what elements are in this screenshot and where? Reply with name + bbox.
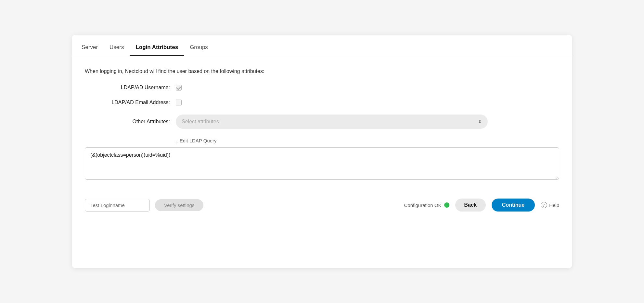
tabs-bar: Server Users Login Attributes Groups: [72, 35, 572, 56]
help-icon: i: [541, 202, 547, 208]
other-attributes-row: Other Attributes: Select attributes ⬍: [85, 115, 559, 129]
ldap-username-checkbox-wrapper: [176, 85, 182, 91]
bottom-bar: Verify settings Configuration OK Back Co…: [85, 199, 559, 212]
tab-groups[interactable]: Groups: [184, 44, 214, 56]
back-button[interactable]: Back: [455, 199, 486, 212]
ldap-email-label: LDAP/AD Email Address:: [85, 100, 176, 105]
ldap-username-row: LDAP/AD Username:: [85, 85, 559, 91]
test-loginname-input[interactable]: [85, 199, 150, 212]
edit-ldap-query-link[interactable]: ↓ Edit LDAP Query: [176, 138, 217, 143]
select-placeholder: Select attributes: [182, 119, 219, 125]
verify-settings-button[interactable]: Verify settings: [155, 199, 203, 211]
description-text: When logging in, Nextcloud will find the…: [85, 68, 559, 74]
query-textarea-container: ⟋: [85, 147, 559, 181]
status-dot-icon: [444, 202, 449, 208]
ldap-email-checkbox-wrapper: [176, 100, 182, 105]
continue-button[interactable]: Continue: [492, 199, 535, 212]
ldap-username-label: LDAP/AD Username:: [85, 85, 176, 91]
dropdown-arrow-icon: ⬍: [478, 119, 482, 124]
edit-ldap-query-label: ↓ Edit LDAP Query: [176, 138, 217, 143]
select-attributes-dropdown[interactable]: Select attributes ⬍: [176, 115, 488, 129]
help-link[interactable]: i Help: [541, 202, 559, 208]
help-label: Help: [549, 202, 559, 208]
config-ok-label: Configuration OK: [404, 202, 441, 208]
other-attributes-label: Other Attributes:: [85, 119, 176, 125]
ldap-query-textarea[interactable]: [85, 147, 559, 180]
right-actions: Configuration OK Back Continue i Help: [404, 199, 559, 212]
ldap-email-checkbox[interactable]: [176, 100, 182, 105]
tab-server[interactable]: Server: [82, 44, 104, 56]
main-card: Server Users Login Attributes Groups Whe…: [72, 35, 572, 268]
left-actions: Verify settings: [85, 199, 203, 212]
config-ok-status: Configuration OK: [404, 202, 449, 208]
tab-login-attributes[interactable]: Login Attributes: [130, 44, 184, 56]
ldap-username-checkbox[interactable]: [176, 85, 182, 91]
ldap-email-row: LDAP/AD Email Address:: [85, 100, 559, 105]
tab-users[interactable]: Users: [104, 44, 130, 56]
content-area: When logging in, Nextcloud will find the…: [72, 56, 572, 212]
